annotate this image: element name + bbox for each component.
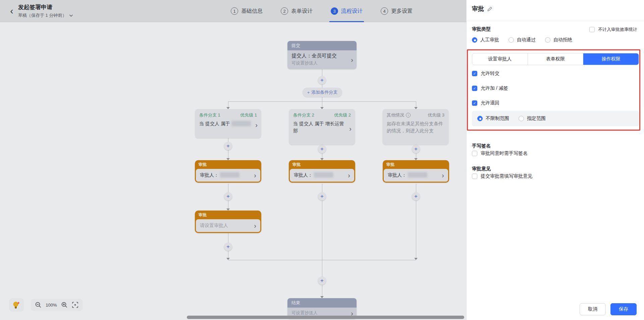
tab-form-permission[interactable]: 表单权限 — [528, 53, 584, 65]
radio-icon — [508, 37, 514, 43]
plus-icon: + — [226, 193, 230, 200]
flow-node-branch-other[interactable]: 其他情况i 优先级 3 如存在未满足其他分支条件的情况，则进入此分支 — [383, 109, 448, 145]
chevron-right-icon: › — [351, 56, 353, 63]
panel-footer: 取消 保存 — [580, 303, 637, 315]
tab-step-flow-design[interactable]: 3 流程设计 — [331, 0, 363, 22]
add-node-button[interactable]: + — [224, 142, 232, 150]
add-branch-label: 添加条件分支 — [311, 89, 337, 95]
info-icon: i — [406, 113, 411, 118]
save-button[interactable]: 保存 — [610, 303, 637, 315]
zoom-out-button[interactable] — [35, 302, 42, 308]
step-label: 流程设计 — [341, 8, 363, 15]
flow-canvas[interactable]: + + 添加条件分支 提交 提交人：全员可提交 可设置抄送人 › 条件分支 1 … — [0, 22, 466, 320]
chevron-right-icon: › — [442, 172, 444, 179]
radio-icon — [472, 37, 477, 43]
approval-type-label: 审批类型 — [472, 26, 491, 32]
chevron-right-icon: › — [348, 172, 350, 179]
tab-step-form-design[interactable]: 2 表单设计 — [281, 0, 313, 22]
require-signature-checkbox[interactable]: 审批同意时需手写签名 — [472, 150, 528, 156]
draft-status-label: 草稿（保存于 1 分钟前） — [18, 12, 66, 18]
step-number-badge: 2 — [281, 7, 288, 15]
zoom-in-icon — [61, 302, 68, 308]
chevron-right-icon: › — [255, 122, 258, 128]
radio-specified-scope[interactable]: 指定范围 — [519, 116, 546, 122]
add-node-button[interactable]: + — [318, 76, 326, 84]
fit-view-icon — [72, 302, 78, 308]
allow-add-remove-signer-checkbox[interactable]: ✓ 允许加 / 减签 — [472, 85, 508, 91]
radio-auto-reject[interactable]: 自动拒绝 — [545, 37, 572, 43]
add-node-button[interactable]: + — [224, 192, 232, 200]
permission-tabs: 设置审批人 表单权限 操作权限 — [472, 53, 639, 65]
connector-line — [322, 184, 322, 192]
allow-return-checkbox[interactable]: ✓ 允许退回 — [472, 100, 499, 106]
flow-node-approval-unset[interactable]: 审批 请设置审批人 › — [195, 211, 261, 233]
fit-view-button[interactable] — [72, 302, 78, 308]
skip-efficiency-stat-checkbox[interactable]: 不计入审批效率统计 — [589, 27, 637, 33]
plus-icon: + — [414, 193, 418, 200]
add-condition-branch-button[interactable]: + 添加条件分支 — [303, 88, 342, 97]
allow-transfer-checkbox[interactable]: ✓ 允许转交 — [472, 71, 499, 77]
zoom-level: 100% — [46, 303, 57, 308]
flow-node-branch-1[interactable]: 条件分支 1 优先级 1 当 提交人 属于 › — [195, 109, 261, 138]
checkbox-icon — [472, 151, 477, 156]
connector-line — [228, 138, 228, 142]
branch-condition: 当 提交人 属于 增长运营部 › — [289, 119, 355, 138]
draft-status-dropdown[interactable]: 草稿（保存于 1 分钟前） — [18, 12, 73, 18]
lightbulb-icon — [12, 301, 20, 309]
radio-icon — [545, 37, 550, 43]
checkbox-checked-icon: ✓ — [472, 100, 477, 106]
branch-title-row: 条件分支 1 优先级 1 — [195, 109, 261, 119]
plus-icon: + — [307, 90, 310, 95]
node-header: 审批 — [196, 161, 260, 169]
plus-icon: + — [414, 146, 418, 152]
redacted-text — [314, 172, 333, 178]
add-node-button[interactable]: + — [412, 192, 420, 200]
flow-node-submit[interactable]: 提交 提交人：全员可提交 可设置抄送人 › — [287, 41, 357, 69]
zoom-in-button[interactable] — [61, 302, 68, 308]
node-header: 结束 — [287, 298, 357, 308]
tips-button[interactable] — [9, 298, 24, 312]
tab-step-more-settings[interactable]: 4 更多设置 — [381, 0, 413, 22]
add-node-button[interactable]: + — [318, 277, 326, 285]
node-header: 审批 — [290, 161, 354, 169]
flow-node-approval-2[interactable]: 审批 审批人： › — [289, 160, 355, 183]
add-node-button[interactable]: + — [412, 145, 420, 153]
approval-settings-panel: 审批 审批类型 不计入审批效率统计 人工审批 自动通过 自动拒绝 设置审批人 表… — [466, 0, 644, 320]
branch-title: 条件分支 2 — [293, 112, 314, 118]
add-node-button[interactable]: + — [318, 192, 326, 200]
panel-title-row: 审批 — [472, 5, 492, 13]
connector-line — [416, 153, 416, 158]
approval-type-options: 人工审批 自动通过 自动拒绝 — [472, 37, 572, 43]
branch-condition: 如存在未满足其他分支条件的情况，则进入此分支 — [383, 119, 448, 138]
node-body: 请设置审批人 › — [196, 219, 260, 232]
add-node-button[interactable]: + — [318, 145, 326, 153]
connector-line — [322, 200, 322, 260]
tab-step-basic-info[interactable]: 1 基础信息 — [231, 0, 263, 22]
flow-node-branch-2[interactable]: 条件分支 2 优先级 2 当 提交人 属于 增长运营部 › — [289, 109, 355, 145]
radio-auto-pass[interactable]: 自动通过 — [508, 37, 536, 43]
back-button[interactable]: ‹ — [6, 5, 17, 17]
edit-pencil-icon[interactable] — [487, 6, 492, 11]
tab-operation-permission[interactable]: 操作权限 — [583, 53, 639, 65]
flow-node-approval-3[interactable]: 审批 审批人： › — [383, 160, 449, 183]
branch-title-row: 条件分支 2 优先级 2 — [289, 109, 355, 119]
require-opinion-checkbox[interactable]: 提交审批需填写审批意见 — [472, 173, 532, 179]
step-label: 基础信息 — [241, 8, 263, 15]
chevron-right-icon: › — [254, 222, 256, 229]
zoom-out-icon — [35, 302, 42, 308]
radio-manual-approval[interactable]: 人工审批 — [472, 37, 499, 43]
cancel-button[interactable]: 取消 — [580, 303, 606, 315]
node-header: 提交 — [287, 41, 357, 50]
node-line2: 可设置抄送人 — [291, 60, 353, 66]
tab-set-approver[interactable]: 设置审批人 — [472, 53, 528, 65]
add-node-button[interactable]: + — [224, 243, 232, 251]
horizontal-scrollbar[interactable] — [187, 316, 464, 319]
connector-line — [322, 153, 322, 158]
step-number-badge: 1 — [231, 7, 238, 15]
step-number-badge: 4 — [381, 7, 388, 15]
chevron-left-icon: ‹ — [10, 6, 13, 16]
connector-line — [228, 101, 228, 107]
checkbox-icon — [589, 27, 595, 32]
radio-unlimited-scope[interactable]: 不限制范围 — [477, 116, 509, 122]
flow-node-approval-1[interactable]: 审批 审批人： › — [195, 160, 261, 183]
